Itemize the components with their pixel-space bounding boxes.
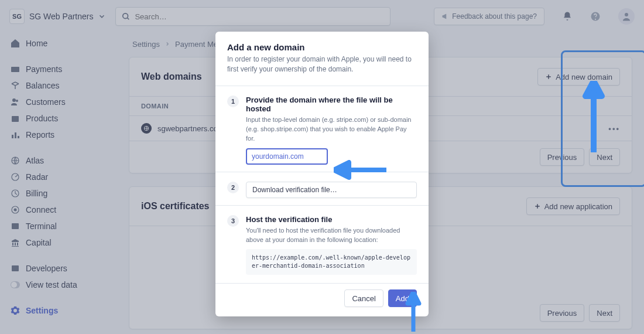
step-1: 1 Provide the domain where the file will… <box>215 88 429 169</box>
step-number: 3 <box>227 215 239 227</box>
step-title: Host the verification file <box>246 215 417 224</box>
step-number: 2 <box>227 182 239 193</box>
step-desc: Input the top-level domain (e.g. stripe.… <box>246 115 417 144</box>
step-desc: You'll need to host the verification fil… <box>246 226 417 245</box>
button-label: Cancel <box>352 294 375 303</box>
step-number: 1 <box>227 96 239 107</box>
verification-path-code: https://example.com/.well-known/apple-de… <box>246 249 417 275</box>
modal-title: Add a new domain <box>227 42 417 52</box>
button-label: Download verification file… <box>252 186 337 194</box>
modal-subtitle: In order to register your domain with Ap… <box>227 54 417 75</box>
add-button[interactable]: Add <box>388 289 417 307</box>
cancel-button[interactable]: Cancel <box>344 289 383 307</box>
download-verification-button[interactable]: Download verification file… <box>246 182 417 198</box>
step-2: 2 Download verification file… <box>215 175 429 203</box>
domain-input[interactable] <box>246 148 328 165</box>
button-label: Add <box>396 294 409 303</box>
step-title: Provide the domain where the file will b… <box>246 96 417 113</box>
add-domain-modal: Add a new domain In order to register yo… <box>215 32 429 316</box>
step-3: 3 Host the verification file You'll need… <box>215 208 429 280</box>
